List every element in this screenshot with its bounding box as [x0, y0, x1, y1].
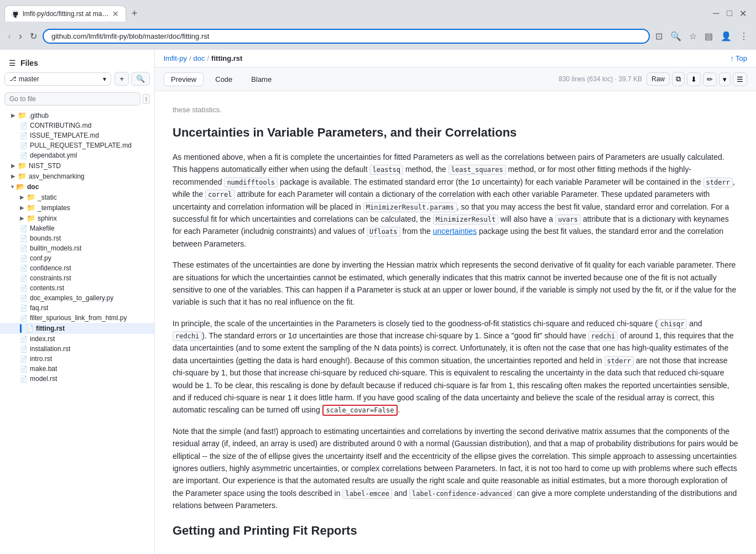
code-label-confidence: label-confidence-advanced: [409, 489, 515, 499]
code-label-emcee: label-emcee: [342, 489, 392, 499]
breadcrumb: lmfit-py / doc / fitting.rst: [164, 54, 242, 62]
tree-item-bounds[interactable]: 📄 bounds.rst: [0, 233, 154, 243]
tab-title: lmfit-py/doc/fitting.rst at mast…: [23, 10, 109, 18]
tree-label: _static: [38, 194, 57, 201]
new-tab-button[interactable]: +: [128, 7, 141, 20]
tree-item-filter-spurious[interactable]: 📄 filter_spurious_link_from_html.py: [0, 313, 154, 323]
tree-item-github[interactable]: ▶ 📁 .github: [0, 110, 154, 121]
file-icon: 📄: [26, 325, 34, 332]
maximize-button[interactable]: □: [725, 9, 734, 18]
tree-label: _templates: [38, 204, 70, 212]
paragraph-2: These estimates of the uncertainties are…: [173, 259, 738, 309]
search-files-button[interactable]: 🔍: [131, 72, 150, 86]
list-button[interactable]: ☰: [733, 72, 747, 86]
code-minimizer-params: MinimizerResult.params: [363, 202, 457, 212]
back-button[interactable]: ‹: [6, 28, 13, 44]
close-tab-button[interactable]: ✕: [112, 9, 119, 18]
search-button[interactable]: 🔍: [668, 29, 684, 44]
file-icon: 📄: [20, 132, 28, 139]
breadcrumb-repo[interactable]: lmfit-py: [164, 54, 187, 62]
tree-item-constraints[interactable]: 📄 constraints.rst: [0, 273, 154, 283]
branch-selector[interactable]: ⎇ master ▾: [4, 72, 111, 86]
tree-item-conf[interactable]: 📄 conf.py: [0, 253, 154, 263]
code-least-squares: least_squares: [449, 165, 506, 175]
tree-label: doc_examples_to_gallery.py: [30, 294, 113, 302]
forward-button[interactable]: ›: [17, 28, 24, 44]
tree-item-make-bat[interactable]: 📄 make.bat: [0, 364, 154, 374]
file-icon: 📄: [20, 285, 28, 292]
heading-fit-reports: Getting and Printing Fit Reports: [173, 521, 738, 540]
tree-item-installation[interactable]: 📄 installation.rst: [0, 344, 154, 354]
edit-button[interactable]: ✏: [703, 72, 717, 86]
file-icon: 📄: [20, 346, 28, 353]
tree-item-doc-examples[interactable]: 📄 doc_examples_to_gallery.py: [0, 293, 154, 303]
paragraph-4: Note that the simple (and fast!) approac…: [173, 425, 738, 512]
tree-item-sphinx[interactable]: ▶ 📁 sphinx: [0, 213, 154, 223]
content-area: lmfit-py / doc / fitting.rst ↑ Top Previ…: [155, 50, 756, 554]
tree-item-dependabot[interactable]: 📄 dependabot.yml: [0, 150, 154, 160]
code-stderr: stderr: [703, 177, 733, 187]
tree-item-doc[interactable]: ▾ 📂 doc: [0, 181, 154, 192]
tree-label: make.bat: [30, 365, 57, 373]
go-to-file-input[interactable]: [4, 92, 140, 106]
tree-item-static[interactable]: ▶ 📁 _static: [0, 192, 154, 202]
tree-item-asv[interactable]: ▶ 📁 asv_benchmarking: [0, 171, 154, 181]
breadcrumb-folder[interactable]: doc: [194, 54, 205, 62]
tree-label: installation.rst: [30, 345, 70, 353]
file-icon: 📄: [20, 305, 28, 312]
bookmark-button[interactable]: ☆: [687, 29, 699, 44]
tree-label: faq.rst: [30, 304, 48, 312]
browser-tab[interactable]: lmfit-py/doc/fitting.rst at mast… ✕: [4, 6, 126, 22]
tree-item-index[interactable]: 📄 index.rst: [0, 334, 154, 344]
file-icon: 📄: [20, 152, 28, 159]
tree-item-model[interactable]: 📄 model.rst: [0, 374, 154, 384]
chevron-right-icon: ▶: [11, 173, 15, 179]
tree-item-contributing[interactable]: 📄 CONTRIBUTING.md: [0, 121, 154, 130]
download-button[interactable]: ⬇: [687, 72, 701, 86]
cast-button[interactable]: ⊡: [653, 29, 665, 44]
tree-item-makefile[interactable]: 📄 Makefile: [0, 223, 154, 233]
code-scale-covar: scale_covar=False: [322, 405, 398, 416]
code-leastsq: leastsq: [369, 165, 403, 175]
tree-label: builtin_models.rst: [30, 244, 81, 252]
folder-icon: 📁: [18, 172, 27, 180]
refresh-button[interactable]: ↻: [28, 29, 39, 44]
tree-label: filter_spurious_link_from_html.py: [30, 314, 127, 322]
blame-tab[interactable]: Blame: [244, 72, 279, 86]
search-shortcut: t: [143, 94, 150, 104]
tree-label: confidence.rst: [30, 264, 71, 272]
code-redchi: redchi: [173, 331, 202, 341]
folder-icon: 📁: [27, 193, 35, 201]
close-window-button[interactable]: ✕: [738, 9, 747, 18]
address-bar[interactable]: [43, 29, 650, 44]
file-sidebar: ☰ Files ⎇ master ▾ + 🔍 t ▶ 📁 .github: [0, 50, 155, 554]
file-icon: 📄: [20, 275, 28, 282]
profile-button[interactable]: 👤: [718, 29, 734, 44]
tree-item-contents[interactable]: 📄 contents.rst: [0, 283, 154, 293]
preview-tab[interactable]: Preview: [164, 72, 204, 86]
minimize-button[interactable]: ─: [712, 9, 721, 18]
menu-button[interactable]: ⋮: [737, 29, 750, 44]
file-icon: 📄: [20, 375, 28, 383]
add-file-button[interactable]: +: [114, 72, 129, 86]
folder-icon: 📁: [27, 214, 35, 222]
tree-item-intro[interactable]: 📄 intro.rst: [0, 354, 154, 364]
raw-button[interactable]: Raw: [646, 72, 670, 86]
code-tab[interactable]: Code: [208, 72, 239, 86]
paragraph-3: In principle, the scale of the uncertain…: [173, 317, 738, 416]
copy-button[interactable]: ⧉: [672, 72, 685, 86]
uncertainties-link[interactable]: uncertainties: [433, 227, 477, 236]
sidebar-toggle-button[interactable]: ▤: [702, 29, 715, 44]
tree-item-builtin-models[interactable]: 📄 builtin_models.rst: [0, 243, 154, 253]
tree-item-pull-request[interactable]: 📄 PULL_REQUEST_TEMPLATE.md: [0, 140, 154, 150]
tree-item-faq[interactable]: 📄 faq.rst: [0, 303, 154, 313]
more-options-button[interactable]: ▾: [719, 72, 731, 86]
tree-item-issue-template[interactable]: 📄 ISSUE_TEMPLATE.md: [0, 130, 154, 140]
branch-name: master: [19, 75, 39, 83]
top-link[interactable]: ↑ Top: [731, 54, 747, 62]
tree-item-confidence[interactable]: 📄 confidence.rst: [0, 263, 154, 273]
tree-item-nist[interactable]: ▶ 📁 NIST_STD: [0, 160, 154, 171]
file-icon: 📄: [20, 142, 28, 149]
tree-item-fitting[interactable]: 📄 fitting.rst: [0, 323, 154, 334]
tree-item-templates[interactable]: ▶ 📁 _templates: [0, 202, 154, 213]
